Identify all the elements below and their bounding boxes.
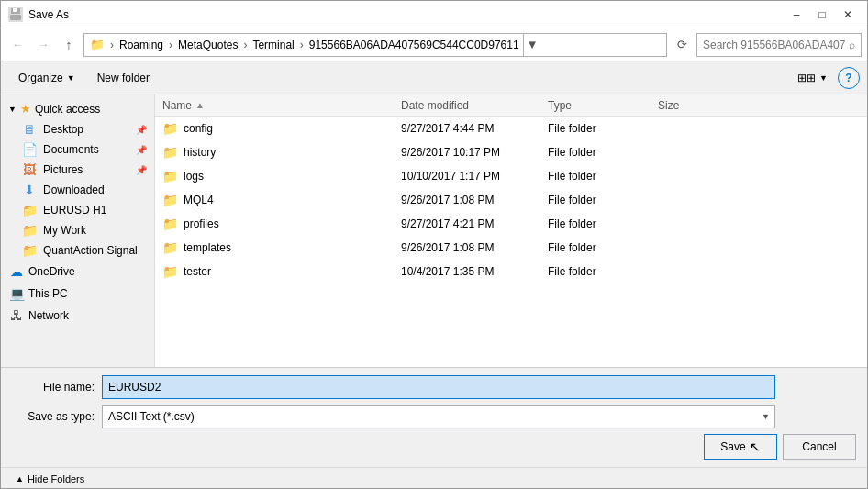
file-name: tester [184, 265, 211, 278]
file-name-cell: 📁 templates [155, 240, 394, 255]
address-path[interactable]: 📁 › Roaming › MetaQuotes › Terminal › 91… [83, 33, 667, 57]
organize-dropdown-icon: ▼ [67, 73, 75, 83]
view-mode-button[interactable]: ⊞⊞ ▼ [787, 65, 838, 91]
file-type-cell: File folder [540, 194, 651, 206]
col-header-name[interactable]: Name ▲ [155, 99, 394, 112]
file-name: logs [184, 170, 204, 183]
network-label: Network [28, 309, 69, 322]
search-box[interactable]: ⌕ [696, 33, 862, 57]
documents-icon: 📄 [21, 142, 38, 157]
sidebar-item-downloaded[interactable]: ⬇ Downloaded [1, 180, 154, 200]
bottom-bar: File name: Save as type: ASCII Text (*.c… [1, 367, 867, 467]
sidebar-pictures-label: Pictures [43, 163, 83, 176]
status-bar: ▲ Hide Folders [1, 467, 867, 488]
sidebar-item-desktop[interactable]: 🖥 Desktop 📌 [1, 119, 154, 139]
quick-access-star-icon: ★ [20, 102, 31, 116]
col-header-size[interactable]: Size [651, 99, 724, 112]
back-button[interactable]: ← [6, 34, 28, 56]
file-date-cell: 9/26/2017 1:08 PM [394, 194, 540, 206]
sidebar-item-quantaction[interactable]: 📁 QuantAction Signal [1, 240, 154, 261]
file-type-cell: File folder [540, 146, 651, 159]
refresh-button[interactable]: ⟳ [671, 34, 693, 56]
eurusd-folder-icon: 📁 [21, 203, 38, 217]
network-icon: 🖧 [8, 308, 25, 323]
cancel-button[interactable]: Cancel [783, 434, 856, 460]
close-button[interactable]: ✕ [836, 6, 860, 24]
save-button[interactable]: Save ↖ [704, 434, 777, 460]
filename-input[interactable] [102, 375, 775, 399]
file-folder-icon: 📁 [162, 145, 178, 160]
quick-access-header[interactable]: ▼ ★ Quick access [1, 98, 154, 119]
filetype-select-wrapper: ASCII Text (*.csv) [102, 405, 775, 428]
sidebar-downloaded-label: Downloaded [43, 183, 105, 196]
thispc-label: This PC [28, 287, 68, 300]
address-dropdown-button[interactable]: ▼ [523, 33, 541, 57]
col-header-date[interactable]: Date modified [394, 99, 540, 112]
onedrive-label: OneDrive [28, 265, 75, 278]
table-row[interactable]: 📁 templates 9/26/2017 1:08 PM File folde… [155, 236, 867, 260]
table-row[interactable]: 📁 history 9/26/2017 10:17 PM File folder [155, 140, 867, 164]
sidebar-eurusd-label: EURUSD H1 [43, 204, 106, 217]
desktop-icon: 🖥 [21, 122, 38, 137]
sidebar-item-network[interactable]: 🖧 Network [1, 305, 154, 327]
quantaction-folder-icon: 📁 [21, 243, 38, 258]
forward-button[interactable]: → [32, 34, 54, 56]
pin-icon-desktop: 📌 [136, 125, 147, 135]
file-name: config [184, 122, 213, 135]
pin-icon-documents: 📌 [136, 145, 147, 155]
file-date-cell: 9/26/2017 1:08 PM [394, 241, 540, 254]
thispc-icon: 💻 [8, 286, 25, 301]
up-button[interactable]: ↑ [58, 34, 80, 56]
path-roaming: Roaming [119, 39, 163, 51]
sidebar-item-onedrive[interactable]: ☁ OneDrive [1, 261, 154, 283]
filetype-select[interactable]: ASCII Text (*.csv) [102, 405, 775, 428]
maximize-button[interactable]: □ [810, 6, 834, 24]
col-header-type[interactable]: Type [540, 99, 651, 112]
col-name-label: Name [162, 99, 192, 112]
table-row[interactable]: 📁 tester 10/4/2017 1:35 PM File folder [155, 260, 867, 283]
file-rows-container: 📁 config 9/27/2017 4:44 PM File folder 📁… [155, 117, 867, 283]
sidebar-item-mywork[interactable]: 📁 My Work [1, 220, 154, 240]
new-folder-label: New folder [97, 72, 150, 84]
filetype-row: Save as type: ASCII Text (*.csv) [12, 405, 856, 428]
table-row[interactable]: 📁 profiles 9/27/2017 4:21 PM File folder [155, 212, 867, 236]
file-name-cell: 📁 profiles [155, 217, 394, 231]
organize-button[interactable]: Organize ▼ [8, 65, 85, 91]
svg-rect-3 [10, 15, 21, 20]
search-input[interactable] [703, 39, 845, 51]
sidebar-item-thispc[interactable]: 💻 This PC [1, 283, 154, 305]
file-folder-icon: 📁 [162, 240, 178, 255]
file-folder-icon: 📁 [162, 169, 178, 183]
new-folder-button[interactable]: New folder [87, 65, 160, 91]
file-folder-icon: 📁 [162, 193, 178, 207]
minimize-button[interactable]: – [785, 6, 808, 24]
sidebar-mywork-label: My Work [43, 224, 86, 237]
table-row[interactable]: 📁 logs 10/10/2017 1:17 PM File folder [155, 164, 867, 188]
svg-rect-2 [13, 8, 17, 12]
file-name-cell: 📁 tester [155, 264, 394, 279]
sidebar-item-pictures[interactable]: 🖼 Pictures 📌 [1, 160, 154, 180]
table-row[interactable]: 📁 config 9/27/2017 4:44 PM File folder [155, 117, 867, 140]
view-dropdown-icon: ▼ [819, 73, 828, 83]
title-bar: Save As – □ ✕ [1, 1, 867, 28]
save-dialog-icon [8, 7, 23, 22]
file-name-cell: 📁 logs [155, 169, 394, 183]
file-list-header: Name ▲ Date modified Type Size [155, 94, 867, 117]
sort-arrow-icon: ▲ [195, 100, 205, 110]
path-terminal: Terminal [252, 39, 294, 51]
col-type-label: Type [548, 99, 572, 112]
sidebar-item-documents[interactable]: 📄 Documents 📌 [1, 139, 154, 160]
file-type-cell: File folder [540, 170, 651, 183]
hide-folders-button[interactable]: ▲ Hide Folders [8, 470, 92, 486]
help-button[interactable]: ? [838, 67, 860, 89]
file-name: profiles [184, 217, 219, 230]
sidebar-item-eurusd[interactable]: 📁 EURUSD H1 [1, 200, 154, 220]
table-row[interactable]: 📁 MQL4 9/26/2017 1:08 PM File folder [155, 188, 867, 212]
pin-icon-pictures: 📌 [136, 165, 147, 175]
toolbar: Organize ▼ New folder ⊞⊞ ▼ ? [1, 61, 867, 94]
file-type-cell: File folder [540, 265, 651, 278]
file-type-cell: File folder [540, 241, 651, 254]
file-name-cell: 📁 history [155, 145, 394, 160]
main-content: ▼ ★ Quick access 🖥 Desktop 📌 📄 Documents… [1, 94, 867, 367]
file-date-cell: 9/26/2017 10:17 PM [394, 146, 540, 159]
